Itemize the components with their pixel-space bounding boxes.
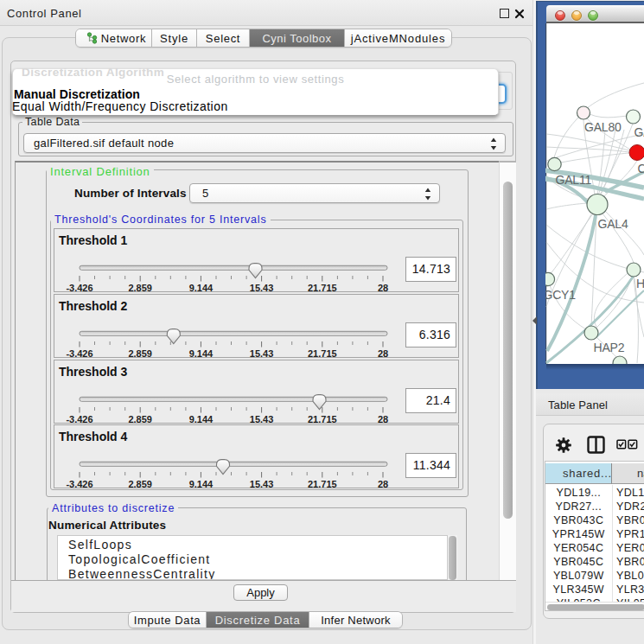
svg-text:GAL4: GAL4 <box>598 217 628 231</box>
svg-text:-3.426: -3.426 <box>66 348 92 359</box>
svg-text:21.715: 21.715 <box>308 348 337 359</box>
svg-text:15.43: 15.43 <box>250 479 274 489</box>
svg-text:-3.426: -3.426 <box>66 479 92 489</box>
svg-text:GCY1: GCY1 <box>545 288 576 302</box>
svg-text:15.43: 15.43 <box>250 414 274 424</box>
svg-text:9.144: 9.144 <box>189 283 214 293</box>
svg-text:28: 28 <box>378 479 388 489</box>
svg-text:2.859: 2.859 <box>128 414 152 424</box>
svg-text:2.859: 2.859 <box>128 479 152 489</box>
svg-text:28: 28 <box>378 283 388 293</box>
svg-text:9.144: 9.144 <box>189 414 214 424</box>
svg-text:2.859: 2.859 <box>128 283 152 293</box>
svg-text:15.43: 15.43 <box>250 348 274 359</box>
svg-text:-3.426: -3.426 <box>66 414 92 424</box>
svg-text:GAL11: GAL11 <box>556 173 592 187</box>
svg-text:9.144: 9.144 <box>189 348 214 359</box>
svg-text:2.859: 2.859 <box>128 348 152 359</box>
svg-text:28: 28 <box>378 348 388 359</box>
svg-text:GAL80: GAL80 <box>584 120 622 134</box>
svg-text:GA: GA <box>634 125 644 139</box>
svg-text:HI: HI <box>636 277 644 290</box>
svg-text:15.43: 15.43 <box>250 283 274 293</box>
svg-text:9.144: 9.144 <box>189 479 214 489</box>
svg-text:21.715: 21.715 <box>308 283 337 293</box>
svg-text:CA: CA <box>638 162 644 175</box>
svg-text:21.715: 21.715 <box>308 414 337 424</box>
svg-text:21.715: 21.715 <box>308 479 337 489</box>
svg-text:-3.426: -3.426 <box>66 283 92 293</box>
svg-text:HAP2: HAP2 <box>594 341 625 354</box>
svg-text:28: 28 <box>378 414 388 424</box>
